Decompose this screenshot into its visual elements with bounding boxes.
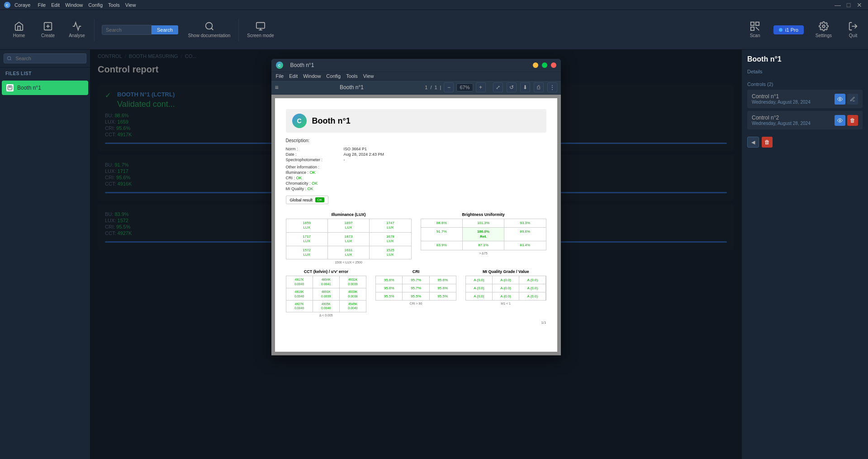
table-cell: A (0.0) (519, 276, 545, 284)
modal-menu-tools[interactable]: Tools (346, 73, 358, 79)
table-cell: 101.3% (463, 219, 504, 227)
pdf-global-result: Global result OK (286, 196, 328, 204)
analyse-icon (72, 21, 82, 31)
table-cell: 1631 LUX (328, 246, 369, 259)
table-cell: A (0.0) (493, 284, 519, 292)
table-cell: A (0.0) (519, 292, 545, 300)
menu-window[interactable]: Window (65, 2, 83, 8)
home-button[interactable]: Home (5, 19, 33, 40)
modal-print-button[interactable]: ⎙ (534, 82, 544, 92)
panel-details-label: Details (747, 69, 863, 74)
modal-zoom-level: 67% (456, 83, 473, 91)
table-cell: A (0.0) (466, 284, 492, 292)
minimize-button[interactable]: — (833, 0, 843, 10)
svg-point-14 (822, 25, 825, 28)
svg-rect-10 (751, 22, 754, 25)
control-1-edit-icon[interactable] (847, 94, 858, 105)
modal-download-button[interactable]: ⬇ (520, 82, 530, 92)
maximize-button[interactable]: □ (844, 0, 854, 10)
control-2-label: Control n°2 (752, 115, 811, 121)
scan-button[interactable]: Scan (744, 19, 766, 40)
table-cell: 4891K 0.0039 (313, 288, 339, 300)
modal-rotate-button[interactable]: ↺ (507, 82, 517, 92)
modal-minimize-button[interactable] (533, 62, 538, 68)
modal-menu-window[interactable]: Window (303, 73, 321, 79)
modal-more-button[interactable]: ⋮ (547, 82, 557, 92)
svg-line-17 (10, 59, 11, 60)
sidebar-search-input[interactable] (12, 54, 83, 63)
menu-file[interactable]: File (38, 2, 46, 8)
menu-config[interactable]: Config (88, 2, 103, 8)
pdf-header: C Booth n°1 (286, 109, 546, 133)
table-cell: 100.0% Ref. (463, 228, 504, 241)
modal-hamburger-icon[interactable]: ≡ (275, 84, 279, 91)
modal-maximize-button[interactable] (542, 62, 547, 68)
sidebar-item-booth1[interactable]: Booth n°1 (2, 81, 88, 95)
table-cell: 95.5% (430, 292, 456, 300)
table-cell: 4945K 0.0040 (340, 301, 366, 312)
pdf-cct-section: CCT (kelvin) / u'v' error 4917K 0.004048… (286, 269, 367, 317)
search-input[interactable] (102, 25, 152, 35)
modal-close-button[interactable] (551, 62, 556, 68)
pdf-illuminance-table: Illuminance (LUX) 1659 LUX1897 LUX1747 L… (286, 212, 412, 264)
svg-point-5 (205, 23, 212, 29)
modal-menu-file[interactable]: File (276, 73, 284, 79)
close-button[interactable]: ✕ (854, 0, 864, 10)
create-button[interactable]: Create (34, 19, 62, 40)
screen-mode-button[interactable]: Screen mode (242, 19, 278, 40)
table-cell: A (0.0) (466, 276, 492, 284)
settings-button[interactable]: Settings (811, 19, 836, 40)
modal-title: Booth n°1 (290, 62, 529, 68)
panel-actions: ◀ 🗑 (747, 137, 863, 148)
create-label: Create (41, 33, 55, 38)
svg-rect-11 (756, 22, 759, 25)
search-button[interactable]: Search (152, 25, 178, 34)
menu-view[interactable]: View (125, 2, 136, 8)
control-2-delete-button[interactable]: 🗑 (847, 115, 858, 126)
screen-icon (256, 21, 266, 31)
analyse-button[interactable]: Analyse (63, 19, 90, 40)
menu-tools[interactable]: Tools (108, 2, 120, 8)
modal-content[interactable]: C Booth n°1 Description: Norm : ISO 3664… (271, 95, 561, 355)
menu-bar: C Coraye File Edit Window Config Tools V… (0, 0, 868, 10)
modal-zoom-in-button[interactable]: + (476, 82, 486, 92)
files-list-header: FILES LIST (0, 67, 90, 80)
quit-button[interactable]: Quit (844, 19, 863, 40)
table-cell: 1747 LUX (370, 219, 411, 232)
panel-controls: Controls (2) Control n°1 Wednesday, Augu… (747, 81, 863, 129)
modal-zoom-out-button[interactable]: − (444, 82, 454, 92)
panel-details: Details (747, 69, 863, 74)
docs-button[interactable]: Show documentation (184, 19, 235, 40)
pdf-page: C Booth n°1 Description: Norm : ISO 3664… (275, 98, 557, 352)
pdf-doc-title: Booth n°1 (312, 116, 351, 126)
table-cell: 1717 LUX (286, 233, 327, 246)
modal-expand-button[interactable]: ⤢ (493, 82, 503, 92)
spectro-button[interactable]: i1 Pro (773, 25, 804, 34)
pdf-cri-info: CRI : OK (286, 176, 546, 180)
app-logo: C (4, 1, 11, 9)
control-1-label: Control n°1 (752, 93, 811, 100)
pdf-logo: C (292, 114, 307, 128)
pdf-illuminance-info: Illuminance : OK (286, 170, 546, 175)
table-cell: 4905K 0.0040 (313, 301, 339, 312)
pdf-mi-section: MI Quality Grade / Value A (0.0)A (0.0)A… (465, 269, 546, 317)
left-sidebar: FILES LIST Booth n°1 (0, 50, 90, 459)
modal-menu-config[interactable]: Config (326, 73, 341, 79)
menu-edit[interactable]: Edit (51, 2, 60, 8)
panel-action-btn-1[interactable]: ◀ (747, 137, 759, 148)
scan-icon (750, 21, 760, 31)
control-2-view-icon[interactable] (835, 115, 845, 126)
control-1-view-icon[interactable] (835, 94, 845, 105)
quit-icon (848, 21, 858, 31)
modal-menu-view[interactable]: View (363, 73, 374, 79)
modal-overlay: C Booth n°1 File Edit Window Config Tool… (90, 50, 741, 459)
toolbar: Home Create Analyse Search Show document… (0, 10, 868, 50)
modal-menu-edit[interactable]: Edit (289, 73, 298, 79)
table-cell: 81.4% (504, 241, 545, 249)
quit-label: Quit (849, 33, 857, 38)
scan-label: Scan (750, 33, 760, 38)
pdf-bu-table: Brightness Uniformity 88.6%101.3%93.3%91… (421, 212, 546, 264)
svg-line-6 (211, 28, 213, 30)
panel-delete-button[interactable]: 🗑 (762, 137, 773, 148)
sidebar-search-icon (7, 56, 12, 61)
